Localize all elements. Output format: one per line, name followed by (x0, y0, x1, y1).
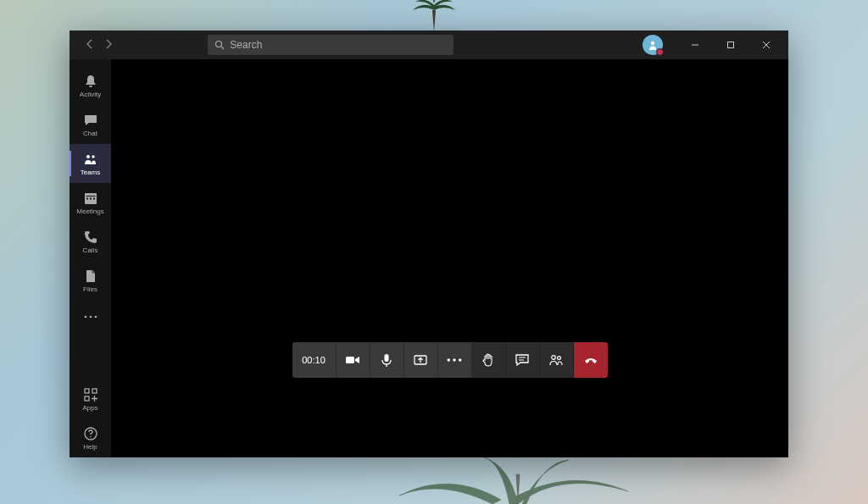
svg-point-30 (558, 357, 561, 360)
microphone-icon (379, 352, 394, 368)
svg-point-19 (90, 435, 92, 437)
toggle-camera-button[interactable] (337, 342, 370, 378)
minimize-icon (691, 41, 699, 49)
bell-icon (83, 74, 98, 89)
file-icon (83, 269, 98, 284)
show-conversation-button[interactable] (506, 342, 540, 378)
rail-more-button[interactable] (70, 300, 111, 334)
svg-rect-15 (85, 389, 89, 393)
people-icon (548, 352, 564, 368)
svg-point-0 (216, 42, 222, 47)
rail-label: Apps (82, 404, 97, 412)
share-icon (413, 352, 428, 368)
app-window: Activity Chat Teams Meetings (70, 30, 788, 457)
conversation-icon (515, 352, 530, 368)
rail-item-files[interactable]: Files (70, 261, 111, 300)
rail-label: Chat (83, 130, 97, 137)
svg-point-5 (86, 155, 90, 158)
svg-rect-9 (86, 197, 88, 199)
svg-rect-4 (727, 42, 733, 48)
chevron-left-icon (85, 39, 95, 49)
chevron-right-icon (103, 39, 114, 49)
phone-icon (83, 230, 98, 245)
call-timer: 00:10 (292, 342, 337, 378)
toggle-mic-button[interactable] (370, 342, 404, 378)
rail-item-help[interactable]: Help (70, 418, 111, 457)
svg-rect-11 (93, 197, 95, 199)
rail-item-activity[interactable]: Activity (70, 66, 111, 105)
profile-avatar[interactable] (643, 35, 663, 55)
teams-icon (83, 152, 98, 167)
show-participants-button[interactable] (540, 342, 574, 378)
maximize-icon (726, 41, 735, 49)
svg-rect-17 (85, 396, 89, 401)
close-icon (762, 41, 771, 49)
window-close-button[interactable] (751, 33, 782, 57)
search-icon (214, 40, 225, 50)
title-bar (70, 30, 788, 59)
svg-line-1 (221, 47, 224, 49)
ellipsis-icon (447, 352, 462, 368)
raise-hand-button[interactable] (472, 342, 506, 378)
presence-status-dot (656, 48, 664, 56)
rail-item-chat[interactable]: Chat (70, 105, 111, 144)
svg-rect-10 (90, 197, 92, 199)
rail-label: Help (83, 443, 97, 451)
nav-back-button[interactable] (85, 37, 95, 53)
svg-rect-8 (86, 196, 95, 197)
call-controls-bar: 00:10 (292, 342, 608, 378)
app-rail: Activity Chat Teams Meetings (70, 59, 111, 457)
rail-label: Calls (83, 246, 98, 254)
apps-icon (83, 387, 98, 402)
svg-point-26 (459, 358, 461, 361)
more-actions-button[interactable] (438, 342, 472, 378)
svg-point-14 (94, 316, 97, 318)
rail-label: Meetings (76, 208, 103, 215)
rail-item-meetings[interactable]: Meetings (70, 183, 111, 222)
calendar-icon (83, 191, 98, 206)
search-box[interactable] (208, 35, 453, 55)
rail-label: Teams (81, 169, 101, 176)
person-icon (648, 40, 658, 50)
ellipsis-icon (84, 315, 97, 318)
content-area: Activity Chat Teams Meetings (70, 59, 788, 457)
svg-rect-20 (346, 357, 354, 363)
search-input[interactable] (230, 39, 447, 51)
rail-label: Files (83, 285, 97, 293)
svg-point-12 (84, 316, 86, 318)
help-icon (83, 426, 98, 441)
svg-point-13 (89, 316, 92, 318)
svg-point-2 (651, 42, 654, 45)
chat-icon (83, 113, 98, 128)
nav-forward-button[interactable] (103, 37, 114, 53)
share-screen-button[interactable] (404, 342, 438, 378)
window-maximize-button[interactable] (715, 33, 746, 57)
svg-point-29 (552, 356, 556, 360)
svg-rect-16 (92, 389, 97, 393)
meeting-stage: 00:10 (111, 59, 788, 457)
svg-point-24 (448, 358, 450, 361)
wallpaper-palm-top (409, 0, 459, 32)
camera-icon (345, 352, 360, 368)
svg-rect-21 (385, 354, 389, 362)
svg-point-25 (453, 358, 455, 361)
rail-item-teams[interactable]: Teams (70, 144, 111, 183)
window-minimize-button[interactable] (680, 33, 710, 57)
rail-label: Activity (80, 91, 101, 98)
hangup-icon (583, 352, 598, 368)
rail-item-apps[interactable]: Apps (70, 379, 111, 418)
hand-icon (481, 352, 496, 368)
wallpaper-palm-bottom (391, 453, 645, 504)
svg-point-6 (92, 155, 94, 158)
rail-item-calls[interactable]: Calls (70, 222, 111, 261)
hang-up-button[interactable] (574, 342, 608, 378)
